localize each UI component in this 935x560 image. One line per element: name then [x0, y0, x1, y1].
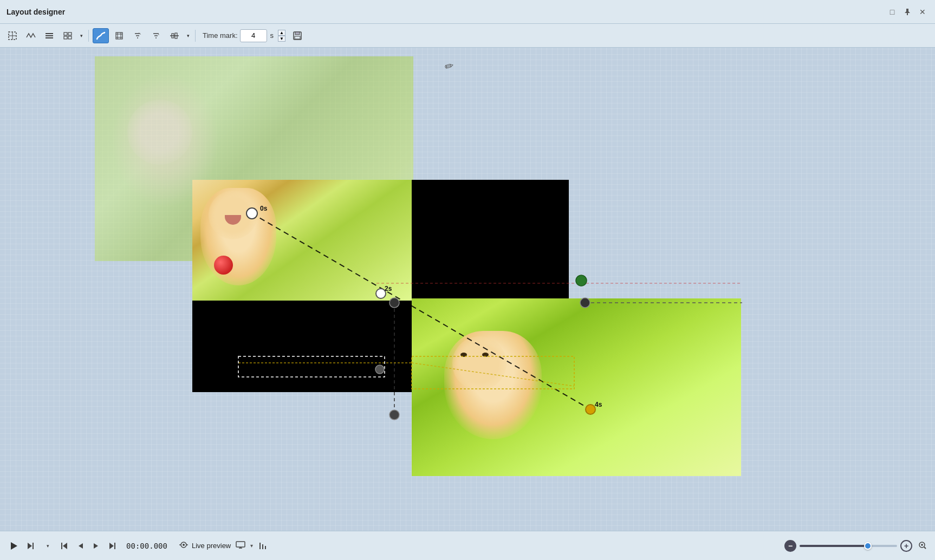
svg-marker-48: [79, 543, 83, 549]
title-bar-controls: □ ✕: [886, 6, 928, 18]
spin-up[interactable]: ▲: [278, 30, 285, 36]
svg-point-53: [183, 544, 185, 546]
grid-button[interactable]: [60, 28, 76, 43]
svg-marker-46: [63, 543, 67, 549]
time-mark-label: Time mark:: [203, 31, 238, 40]
zoom-section: − +: [784, 539, 928, 552]
svg-rect-25: [295, 32, 300, 35]
zoom-slider-fill: [800, 545, 868, 547]
svg-rect-56: [236, 542, 245, 547]
svg-marker-44: [28, 543, 32, 549]
title-bar: Layout designer □ ✕: [0, 0, 935, 24]
live-preview-label: Live preview: [192, 542, 231, 550]
time-mark-spinner[interactable]: ▲ ▼: [278, 30, 285, 42]
svg-line-63: [924, 547, 926, 549]
save-button[interactable]: [290, 29, 305, 43]
zoom-fit-button[interactable]: [915, 539, 928, 552]
anchor-tool-button[interactable]: [23, 28, 39, 43]
svg-point-39: [389, 410, 399, 420]
spin-down[interactable]: ▼: [278, 36, 285, 42]
next-frame-button[interactable]: [90, 539, 103, 552]
canvas-area[interactable]: ✏: [0, 48, 935, 531]
svg-rect-9: [68, 36, 72, 39]
filter1-button[interactable]: [129, 28, 146, 43]
pencil-icon: ✏: [443, 58, 456, 74]
label-2s: 2s: [385, 285, 392, 292]
svg-marker-43: [11, 542, 17, 550]
grid-dropdown-arrow[interactable]: ▾: [78, 28, 85, 43]
toolbar: ▾ ▾ Time mark: s ▲ ▼: [0, 24, 935, 48]
prev-frame-button[interactable]: [74, 539, 87, 552]
svg-rect-6: [64, 32, 67, 35]
svg-marker-49: [94, 543, 98, 549]
bottom-bar: ▾ 00:00.000 Live preview ▾ − +: [0, 531, 935, 560]
time-mark-input[interactable]: [240, 29, 267, 42]
transform-button[interactable]: [111, 28, 127, 43]
svg-rect-7: [68, 32, 72, 35]
live-preview-icon: [179, 541, 189, 551]
svg-point-36: [576, 275, 587, 286]
filter2-button[interactable]: [148, 28, 164, 43]
rewind-button[interactable]: [57, 539, 70, 552]
fast-forward-button[interactable]: [106, 539, 119, 552]
select-tool-button[interactable]: [4, 28, 21, 43]
title-bar-left: Layout designer: [7, 8, 65, 16]
align-button[interactable]: [166, 28, 183, 43]
svg-rect-10: [116, 32, 122, 39]
monitor-button[interactable]: [234, 539, 247, 552]
maximize-button[interactable]: □: [886, 6, 898, 18]
zoom-slider[interactable]: [800, 545, 897, 547]
black-area-top-right: [412, 180, 569, 300]
align-dropdown-arrow[interactable]: ▾: [185, 28, 191, 43]
time-display: 00:00.000: [122, 542, 171, 550]
zoom-plus-button[interactable]: +: [900, 540, 912, 552]
svg-marker-50: [109, 543, 114, 549]
label-4s: 4s: [595, 401, 602, 408]
live-preview-section: Live preview ▾: [179, 539, 269, 552]
zoom-minus-button[interactable]: −: [784, 540, 796, 552]
svg-rect-26: [295, 36, 300, 39]
separator-2: [195, 30, 196, 42]
zoom-slider-thumb[interactable]: [864, 542, 872, 550]
chart-button[interactable]: [256, 539, 269, 552]
canvas-content: ✏: [0, 48, 935, 531]
time-mark-unit: s: [270, 31, 274, 40]
play-from-button[interactable]: [25, 539, 38, 552]
live-preview-dropdown[interactable]: ▾: [250, 543, 253, 549]
window-title: Layout designer: [7, 8, 65, 16]
dropdown-play[interactable]: ▾: [41, 539, 54, 552]
separator-1: [88, 30, 89, 42]
play-button[interactable]: [7, 538, 22, 554]
motion-path-button[interactable]: [93, 28, 109, 43]
svg-rect-8: [64, 36, 67, 39]
close-button[interactable]: ✕: [917, 6, 928, 18]
pin-button[interactable]: [901, 6, 913, 18]
align-rows-button[interactable]: [41, 28, 57, 43]
right-clip[interactable]: [412, 298, 741, 476]
label-0s: 0s: [260, 205, 267, 212]
main-clip[interactable]: [192, 180, 412, 392]
